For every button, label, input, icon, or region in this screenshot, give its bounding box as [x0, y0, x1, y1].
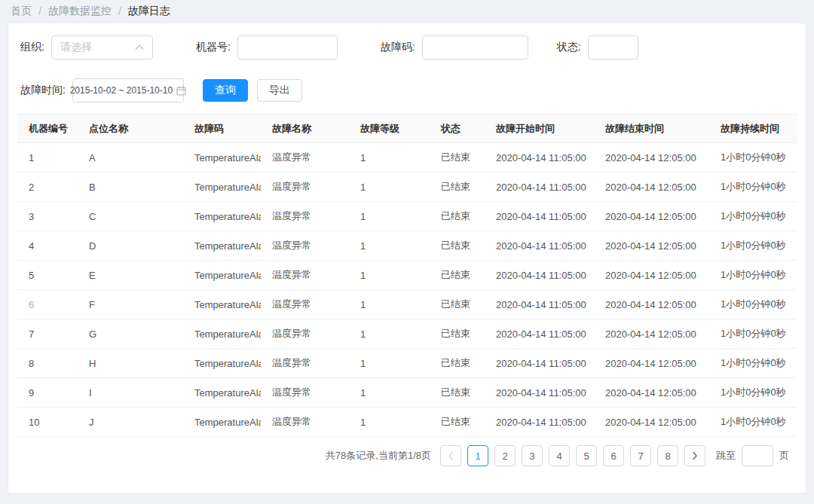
table-cell: 已结束: [430, 261, 485, 290]
table-cell: 1小时0分钟0秒: [709, 143, 797, 173]
table-header-row: 机器编号点位名称故障码故障名称故障等级状态故障开始时间故障结束时间故障持续时间: [17, 115, 797, 143]
table-cell: 2020-04-14 11:05:00: [485, 143, 594, 173]
next-page-button[interactable]: [684, 445, 705, 466]
pagination: 共78条记录,当前第1/8页 12345678 跳至 页: [8, 445, 789, 466]
table-cell: 2020-04-14 12:05:00: [594, 290, 709, 319]
table-cell: A: [78, 143, 183, 173]
column-header: 故障等级: [349, 115, 430, 143]
table-cell: 温度异常: [261, 290, 349, 319]
table-cell: 1小时0分钟0秒: [709, 231, 797, 261]
column-header: 点位名称: [78, 115, 183, 143]
table-cell: 2020-04-14 12:05:00: [594, 378, 709, 408]
page-button-7[interactable]: 7: [630, 445, 651, 466]
table-cell: 2020-04-14 12:05:00: [594, 261, 709, 290]
table-cell: I: [78, 378, 183, 408]
table-cell: 温度异常: [261, 378, 349, 408]
table-cell: TemperatureAlarm: [183, 143, 261, 173]
jump-page-input[interactable]: [742, 445, 773, 466]
table-cell: 1小时0分钟0秒: [709, 349, 797, 378]
table-cell: 3: [17, 202, 78, 231]
breadcrumb-separator: /: [38, 5, 41, 17]
org-select[interactable]: 请选择: [51, 35, 153, 60]
table-cell: 9: [17, 378, 78, 408]
table-cell: 2020-04-14 11:05:00: [485, 378, 594, 408]
table-cell: 2020-04-14 11:05:00: [485, 319, 594, 349]
table-row: 1ATemperatureAlarm温度异常1已结束2020-04-14 11:…: [17, 143, 797, 173]
table-cell: 1小时0分钟0秒: [709, 202, 797, 231]
page-button-8[interactable]: 8: [657, 445, 678, 466]
page-button-1[interactable]: 1: [467, 445, 488, 466]
machine-no-filter-group: 机器号:: [196, 35, 338, 60]
fault-code-filter-group: 故障码:: [381, 35, 528, 60]
table-cell: 1: [17, 143, 78, 173]
status-input[interactable]: [588, 35, 638, 60]
fault-time-range-value: 2015-10-02 ~ 2015-10-10: [70, 85, 173, 96]
page-button-4[interactable]: 4: [549, 445, 570, 466]
fault-time-range-picker[interactable]: 2015-10-02 ~ 2015-10-10: [72, 78, 184, 102]
page-button-2[interactable]: 2: [494, 445, 516, 466]
column-header: 状态: [430, 115, 485, 143]
table-cell: 2020-04-14 12:05:00: [594, 319, 709, 349]
table-cell: 1: [349, 261, 430, 290]
table-cell: 1: [349, 290, 430, 319]
export-button[interactable]: 导出: [257, 79, 302, 102]
table-cell: 1小时0分钟0秒: [709, 408, 797, 437]
table-cell: 1: [349, 231, 430, 261]
table-cell: 已结束: [430, 319, 485, 349]
query-button[interactable]: 查询: [203, 79, 248, 102]
table-cell: TemperatureAlarm: [183, 290, 261, 319]
chevron-left-icon: [448, 451, 454, 460]
prev-page-button[interactable]: [440, 445, 461, 466]
table-cell: 温度异常: [261, 173, 349, 202]
table-cell: 1: [349, 173, 430, 202]
table-cell: 1小时0分钟0秒: [709, 378, 797, 408]
table-cell: 7: [17, 319, 78, 349]
table-cell: 2020-04-14 12:05:00: [594, 143, 709, 173]
page-button-3[interactable]: 3: [522, 445, 543, 466]
table-cell: 温度异常: [261, 261, 349, 290]
fault-code-input[interactable]: [422, 35, 528, 60]
org-select-placeholder: 请选择: [60, 41, 92, 54]
table-cell: H: [78, 349, 183, 378]
jump-to-label: 跳至: [716, 449, 736, 463]
filter-panel: 组织: 请选择 机器号: 故障码: 状态:: [8, 23, 806, 102]
table-cell: 已结束: [430, 378, 485, 408]
table-row: 7GTemperatureAlarm温度异常1已结束2020-04-14 11:…: [17, 319, 797, 349]
table-cell: TemperatureAlarm: [183, 231, 261, 261]
table-cell: 2020-04-14 12:05:00: [594, 231, 709, 261]
table-cell: 2020-04-14 11:05:00: [485, 231, 594, 261]
page-button-5[interactable]: 5: [576, 445, 597, 466]
table-cell: 8: [17, 349, 78, 378]
table-cell: 10: [17, 408, 78, 437]
table-cell: 2020-04-14 12:05:00: [594, 173, 709, 202]
breadcrumb-item-2[interactable]: 故障数据监控: [48, 5, 112, 18]
fault-time-filter-group: 故障时间: 2015-10-02 ~ 2015-10-10: [20, 78, 184, 102]
table-cell: 1小时0分钟0秒: [709, 319, 797, 349]
table-cell: TemperatureAlarm: [183, 349, 261, 378]
table-cell: 已结束: [430, 143, 485, 173]
calendar-icon: [176, 86, 186, 96]
table-cell: TemperatureAlarm: [183, 319, 261, 349]
column-header: 故障结束时间: [594, 115, 709, 143]
table-cell: TemperatureAlarm: [183, 261, 261, 290]
page-button-6[interactable]: 6: [603, 445, 624, 466]
table-cell: TemperatureAlarm: [183, 173, 261, 202]
content-card: 组织: 请选择 机器号: 故障码: 状态:: [8, 23, 806, 493]
machine-no-input[interactable]: [237, 35, 338, 60]
breadcrumb-item-3: 故障日志: [128, 5, 170, 18]
column-header: 机器编号: [17, 115, 78, 143]
table-cell: 1: [349, 319, 430, 349]
table-cell: TemperatureAlarm: [183, 408, 261, 437]
table-cell: 已结束: [430, 173, 485, 202]
table-row: 5ETemperatureAlarm温度异常1已结束2020-04-14 11:…: [17, 261, 797, 290]
table-cell: 1: [349, 349, 430, 378]
column-header: 故障名称: [261, 115, 349, 143]
table-cell: 2020-04-14 11:05:00: [485, 349, 594, 378]
table-cell: 1小时0分钟0秒: [709, 290, 797, 319]
breadcrumb-item-1[interactable]: 首页: [11, 5, 32, 18]
table-cell: 2020-04-14 11:05:00: [485, 261, 594, 290]
table-cell: 2020-04-14 11:05:00: [485, 202, 594, 231]
table-cell: 1: [349, 378, 430, 408]
chevron-right-icon: [692, 451, 698, 460]
column-header: 故障开始时间: [485, 115, 594, 143]
